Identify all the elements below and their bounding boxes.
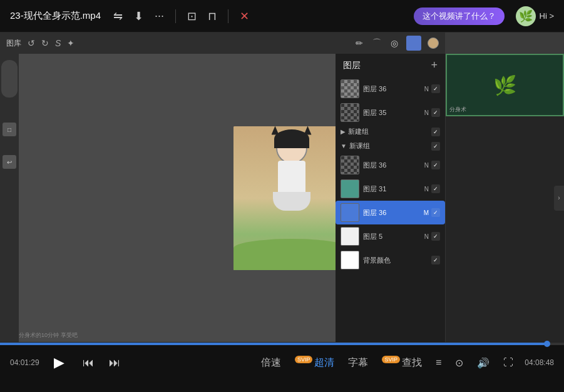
layer-visible-toggle[interactable]: ✓ <box>431 84 440 93</box>
layers-add-btn[interactable]: + <box>431 59 438 72</box>
layer-controls: N ✓ <box>424 84 440 93</box>
tool-undo[interactable]: ↺ <box>28 38 35 48</box>
tool-square[interactable]: □ <box>3 123 16 136</box>
play-button[interactable]: ▶ <box>48 351 71 374</box>
color-square[interactable] <box>406 36 421 51</box>
group-arrow: ▼ <box>341 143 347 149</box>
group-name: 新建组 <box>348 127 429 136</box>
pip-icon[interactable]: ⊡ <box>187 9 197 23</box>
skirt <box>273 192 310 211</box>
next-button[interactable]: ⏭ <box>106 354 123 371</box>
layer-visible-toggle[interactable]: ✓ <box>431 232 440 241</box>
layer-mode: N <box>424 86 429 93</box>
layer-visible-toggle[interactable]: ✓ <box>431 108 440 117</box>
hair <box>274 129 309 148</box>
progress-dot <box>544 341 550 347</box>
layer-mode: N <box>424 233 429 240</box>
layer-name: 图层 31 <box>363 184 421 194</box>
layer-visible-toggle[interactable]: ✓ <box>431 208 440 217</box>
layer-visible-toggle[interactable]: ✓ <box>431 256 440 264</box>
layers-panel: 图层 + 图层 36 N ✓ 图层 35 <box>336 54 445 342</box>
ai-button[interactable]: 这个视频讲了什么？ <box>414 8 505 25</box>
layer-group[interactable]: ▶ 新建组 ✓ <box>336 124 445 139</box>
close-icon[interactable]: ✕ <box>240 9 249 23</box>
toolbar-gallery-label: 图库 <box>6 38 21 49</box>
settings-btn[interactable]: ⊙ <box>453 356 466 370</box>
avatar: 🌿 <box>516 6 536 26</box>
layer-thumbnail <box>341 179 359 198</box>
layer-thumbnail <box>341 103 359 122</box>
quality-btn[interactable]: SVIP超清 <box>292 355 337 371</box>
tool-style[interactable]: S <box>55 38 61 48</box>
layer-visible-toggle[interactable]: ✓ <box>431 161 440 169</box>
layer-visible-toggle[interactable]: ✓ <box>431 128 440 136</box>
layer-visible-toggle[interactable]: ✓ <box>431 184 440 193</box>
layer-item-active[interactable]: 图层 36 M ✓ <box>336 201 445 224</box>
divider <box>175 9 176 23</box>
group-name: 新课组 <box>349 141 429 151</box>
layer-name: 图层 36 <box>363 84 421 94</box>
fullscreen-btn[interactable]: ⛶ <box>501 356 516 369</box>
share-icon[interactable]: ⇋ <box>113 9 123 23</box>
tool-move[interactable] <box>1 60 18 98</box>
progress-fill <box>0 343 547 345</box>
layer-controls: M ✓ <box>424 208 440 217</box>
layer-name: 图层 36 <box>363 208 420 218</box>
layer-item[interactable]: 图层 35 N ✓ <box>336 101 445 124</box>
layer-info: 图层 36 <box>363 161 421 170</box>
main-area: 图库 ↺ ↻ S ✦ ✏ ⌒ ◎ □ ↩ <box>0 33 564 342</box>
chibi-art <box>233 126 349 270</box>
divider2 <box>228 9 228 23</box>
time-current: 04:01:29 <box>10 358 39 367</box>
layer-group[interactable]: ▼ 新课组 ✓ <box>336 139 445 153</box>
crop-icon[interactable]: ⊓ <box>208 9 217 23</box>
smudge-icon[interactable]: ⌒ <box>371 38 382 49</box>
layer-controls: N ✓ <box>424 184 440 193</box>
prev-button[interactable]: ⏮ <box>79 354 97 371</box>
pencil-icon[interactable]: ✏ <box>354 38 365 49</box>
video-title: 23-现代全身示范.mp4 <box>10 10 101 22</box>
layers-title: 图层 <box>343 60 361 71</box>
layer-name: 背景颜色 <box>363 256 428 265</box>
layer-thumbnail <box>341 251 359 269</box>
eraser-icon[interactable]: ◎ <box>389 38 400 49</box>
download-icon[interactable]: ⬇ <box>134 9 143 23</box>
layer-controls: N ✓ <box>424 161 440 169</box>
layer-item[interactable]: 图层 36 N ✓ <box>336 77 445 101</box>
layer-mode: M <box>424 209 429 216</box>
subtitle-btn[interactable]: 字幕 <box>346 355 371 371</box>
color-swatch[interactable] <box>428 38 439 49</box>
layer-visible-toggle[interactable]: ✓ <box>431 142 440 151</box>
canvas-bottom-text: 分身术的10分钟 享受吧 <box>19 331 78 339</box>
more-icon[interactable]: ··· <box>155 9 164 23</box>
layer-thumbnail <box>341 227 359 246</box>
layer-info: 图层 35 <box>363 108 421 118</box>
layer-name: 图层 35 <box>363 108 421 118</box>
layer-thumbnail <box>341 79 359 98</box>
layer-info: 图层 31 <box>363 184 421 194</box>
preview-label: 分身术 <box>449 106 466 114</box>
avatar-area[interactable]: 🌿 Hi > <box>516 6 554 26</box>
top-bar-icons: ⇋ ⬇ ··· ⊡ ⊓ ✕ 这个视频讲了什么？ 🌿 Hi > <box>113 6 554 26</box>
volume-btn[interactable]: 🔊 <box>474 356 492 370</box>
collapse-panel-btn[interactable]: › <box>554 186 564 211</box>
tool-back[interactable]: ↩ <box>3 155 16 169</box>
player-bar: 04:01:29 ▶ ⏮ ⏭ 倍速 SVIP超清 字幕 SVIP查找 ≡ ⊙ 🔊… <box>0 342 564 392</box>
layer-item[interactable]: 图层 36 N ✓ <box>336 153 445 177</box>
layer-name: 图层 5 <box>363 232 421 241</box>
grass <box>233 239 349 270</box>
search-btn[interactable]: SVIP查找 <box>379 355 424 371</box>
layer-item[interactable]: 背景颜色 ✓ <box>336 248 445 272</box>
playlist-btn[interactable]: ≡ <box>433 356 444 369</box>
progress-bar[interactable] <box>0 343 564 345</box>
tool-redo[interactable]: ↻ <box>41 38 49 48</box>
speed-btn[interactable]: 倍速 <box>259 355 284 371</box>
draw-top-toolbar: 图库 ↺ ↻ S ✦ ✏ ⌒ ◎ <box>0 33 445 54</box>
layer-mode: N <box>424 109 429 116</box>
layer-thumbnail <box>341 156 359 174</box>
preview-avatar: 🌿 <box>493 74 516 96</box>
layer-item[interactable]: 图层 5 N ✓ <box>336 224 445 248</box>
layer-info: 图层 5 <box>363 232 421 241</box>
layer-item[interactable]: 图层 31 N ✓ <box>336 177 445 201</box>
tool-star[interactable]: ✦ <box>67 38 74 48</box>
